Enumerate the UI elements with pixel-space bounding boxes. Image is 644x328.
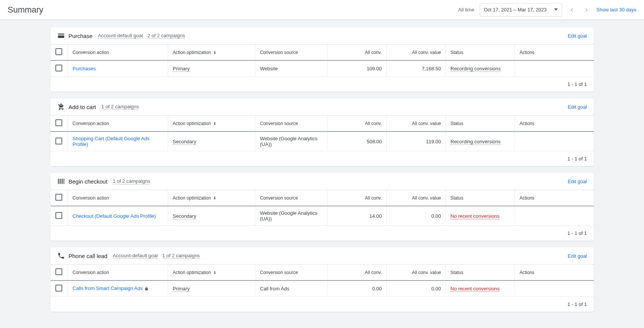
card-meta[interactable]: 2 of 2 campaigns [147,33,185,39]
select-all-checkbox[interactable] [55,268,62,275]
card-meta[interactable]: 1 of 2 campaigns [101,104,139,110]
col-all-conv[interactable]: All conv. [328,265,387,281]
select-all-checkbox[interactable] [55,119,62,126]
edit-goal-link[interactable]: Edit goal [568,253,587,259]
next-period-button[interactable] [582,5,591,14]
show-last-30-link[interactable]: Show last 30 days [596,7,636,13]
conversion-action-link[interactable]: Shopping Cart (Default Google Ads Profil… [72,136,150,147]
col-select-all[interactable] [50,116,68,132]
col-all-conv[interactable]: All conv. [328,44,387,61]
conversion-action-link[interactable]: Purchases [72,66,96,71]
col-all-conv-value-label: All conv. value [412,121,441,126]
sort-descending-icon [213,50,217,55]
all-conv-value: 0.00 [328,280,387,297]
col-status[interactable]: Status [446,190,515,206]
card-meta[interactable]: Account-default goal [98,33,143,39]
all-conv-value-amount: 7,168.50 [387,60,446,77]
col-conversion-action-label: Conversion action [72,121,109,126]
col-action-optimization[interactable]: Action optimization [168,190,255,206]
col-actions-label: Actions [520,121,534,126]
col-status[interactable]: Status [446,116,515,132]
col-action-optimization[interactable]: Action optimization [168,265,255,281]
card-header: Phone call leadAccount-default goal1 of … [50,247,594,264]
conversion-table: Conversion actionAction optimizationConv… [50,115,594,151]
col-conversion-source-label: Conversion source [260,121,298,126]
row-checkbox[interactable] [55,285,62,292]
col-conversion-source[interactable]: Conversion source [255,190,328,206]
edit-goal-link[interactable]: Edit goal [568,179,587,184]
card-meta[interactable]: 1 of 2 campaigns [162,253,200,259]
all-conv-value: 508.00 [328,132,387,151]
card-meta[interactable]: Account-default goal [113,253,158,259]
col-conversion-source[interactable]: Conversion source [255,265,328,281]
topbar-right: All time Oct 17, 2021 – Mar 17, 2023 Sho… [458,3,636,17]
date-range-picker[interactable]: Oct 17, 2021 – Mar 17, 2023 [480,3,562,17]
row-checkbox[interactable] [55,212,62,219]
col-status-label: Status [450,50,463,55]
col-all-conv-value[interactable]: All conv. value [387,265,446,281]
col-all-conv[interactable]: All conv. [328,190,387,206]
table-pagination: 1 - 1 of 1 [50,77,594,92]
col-conversion-action-label: Conversion action [72,270,109,275]
actions-cell [515,206,594,226]
action-optimization-value[interactable]: Secondary [173,213,196,219]
conversion-source-value: Call from Ads [255,280,328,297]
lock-icon [144,286,149,292]
col-conversion-action-label: Conversion action [72,195,109,201]
status-value[interactable]: Recording conversions [450,66,501,72]
conversion-action-link[interactable]: Calls from Smart Campaign Ads [72,285,143,291]
col-conversion-action[interactable]: Conversion action [68,116,168,132]
action-optimization-value[interactable]: Primary [173,286,190,292]
col-actions[interactable]: Actions [515,265,594,281]
col-action-optimization-label: Action optimization [173,121,211,126]
row-checkbox[interactable] [55,65,62,71]
col-conversion-source[interactable]: Conversion source [255,44,328,61]
card-meta[interactable]: 1 of 2 campaigns [113,178,150,184]
card-title: Purchase [69,33,93,39]
page-title: Summary [8,5,458,15]
col-action-optimization[interactable]: Action optimization [168,44,255,61]
col-all-conv-value[interactable]: All conv. value [387,44,446,61]
col-action-optimization-label: Action optimization [173,195,211,201]
col-actions[interactable]: Actions [515,44,594,61]
col-conversion-source[interactable]: Conversion source [255,116,328,132]
add-cart-icon [57,103,65,111]
status-value[interactable]: No recent conversions [450,286,499,292]
col-select-all[interactable] [50,190,68,206]
conversion-action-link[interactable]: Checkout (Default Google Ads Profile) [72,213,156,219]
prev-period-button[interactable] [567,5,576,14]
col-actions-label: Actions [520,195,534,201]
all-conv-value: 14.00 [328,206,387,226]
select-all-checkbox[interactable] [55,48,62,55]
col-all-conv-label: All conv. [365,195,382,201]
goal-card: Add to cart1 of 2 campaignsEdit goalConv… [50,98,594,166]
goal-card: Phone call leadAccount-default goal1 of … [50,247,594,312]
select-all-checkbox[interactable] [55,194,62,201]
conversion-table: Conversion actionAction optimizationConv… [50,264,594,297]
col-action-optimization[interactable]: Action optimization [168,116,255,132]
status-value[interactable]: Recording conversions [450,139,501,145]
col-conversion-action[interactable]: Conversion action [68,44,168,61]
col-conversion-action[interactable]: Conversion action [68,265,168,281]
status-value[interactable]: No recent conversions [450,213,499,219]
col-select-all[interactable] [50,265,68,281]
action-optimization-value[interactable]: Primary [173,66,190,72]
col-status-label: Status [450,195,463,201]
col-all-conv-value[interactable]: All conv. value [387,116,446,132]
col-select-all[interactable] [50,44,68,61]
col-actions[interactable]: Actions [515,116,594,132]
action-optimization-value[interactable]: Secondary [173,139,196,145]
col-all-conv-label: All conv. [365,50,382,55]
edit-goal-link[interactable]: Edit goal [568,33,587,39]
table-row: Shopping Cart (Default Google Ads Profil… [50,132,594,151]
col-all-conv-value[interactable]: All conv. value [387,190,446,206]
col-status[interactable]: Status [446,265,515,281]
col-conversion-action[interactable]: Conversion action [68,190,168,206]
edit-goal-link[interactable]: Edit goal [568,104,587,110]
col-status[interactable]: Status [446,44,515,61]
col-all-conv[interactable]: All conv. [328,116,387,132]
card-header: Begin checkout1 of 2 campaignsEdit goal [50,173,594,190]
row-checkbox[interactable] [55,138,62,144]
col-actions[interactable]: Actions [515,190,594,206]
col-conversion-action-label: Conversion action [72,50,109,55]
